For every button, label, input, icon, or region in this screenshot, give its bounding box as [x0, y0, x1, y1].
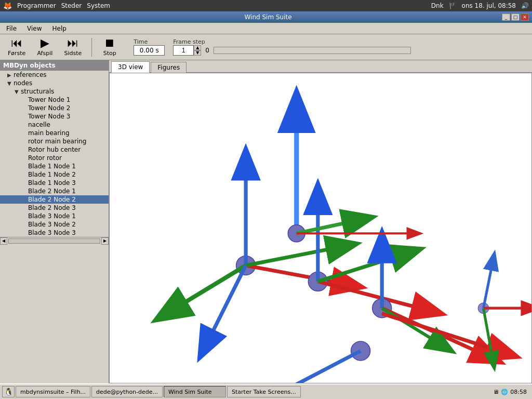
- spin-down[interactable]: ▼: [194, 50, 201, 56]
- tree-item-tower-node-1[interactable]: Tower Node 1: [0, 96, 109, 104]
- os-country: Dnk: [431, 2, 444, 9]
- play-icon: ▶: [41, 37, 49, 49]
- menu-system[interactable]: System: [87, 2, 110, 9]
- os-volume-icon[interactable]: 🔊: [521, 2, 529, 9]
- sidebar: MBDyn objects ▶references▼nodes▼structur…: [0, 60, 109, 383]
- close-button[interactable]: ✕: [521, 14, 529, 21]
- play-button[interactable]: ▶ Afspil: [33, 36, 56, 58]
- tab-figures[interactable]: Figures: [151, 62, 187, 73]
- taskbar-mbdyn-label: mbdynsimsuite – Filh...: [20, 389, 86, 395]
- spin-up[interactable]: ▲: [194, 45, 201, 50]
- play-label: Afspil: [37, 50, 52, 57]
- tree-label-references: references: [14, 71, 47, 78]
- tree-label-tower-node-3: Tower Node 3: [28, 113, 70, 120]
- tree-item-nacelle[interactable]: nacelle: [0, 121, 109, 129]
- taskbar-windsim-label: Wind Sim Suite: [168, 389, 211, 395]
- view-canvas[interactable]: [109, 73, 532, 383]
- tree-item-blade3-node3[interactable]: Blade 3 Node 3: [0, 229, 109, 237]
- taskbar-windsim[interactable]: Wind Sim Suite: [164, 386, 226, 397]
- tree-item-blade1-node2[interactable]: Blade 1 Node 2: [0, 170, 109, 179]
- menu-help[interactable]: Help: [48, 24, 71, 33]
- menu-view[interactable]: View: [23, 24, 46, 33]
- tree-label-blade3-node2: Blade 3 Node 2: [28, 221, 76, 228]
- tree-label-structurals: structurals: [21, 88, 54, 95]
- taskbar-starter-label: Starter Take Screens...: [232, 389, 296, 395]
- tree-label-nodes: nodes: [14, 79, 32, 87]
- tree-label-blade2-node1: Blade 2 Node 1: [28, 188, 76, 195]
- time-value: 0.00 s: [134, 45, 165, 56]
- last-icon: ⏭: [67, 37, 78, 49]
- os-topbar: 🦊 Programmer Steder System Dnk 🏴 ons 18.…: [0, 0, 532, 11]
- frame-group: Frame step ▲ ▼ 0: [173, 38, 411, 56]
- tree-item-rotor-main-bearing[interactable]: rotor main bearing: [0, 137, 109, 145]
- tree-item-blade3-node1[interactable]: Blade 3 Node 1: [0, 212, 109, 220]
- tree-item-blade1-node1[interactable]: Blade 1 Node 1: [0, 162, 109, 170]
- minimize-button[interactable]: _: [502, 14, 510, 21]
- tree-item-blade1-node3[interactable]: Blade 1 Node 3: [0, 179, 109, 187]
- frame-label: Frame step: [173, 38, 205, 45]
- progress-bar: [214, 47, 411, 54]
- sys-tray-icon2: 🌐: [501, 389, 508, 395]
- tree-item-blade2-node3[interactable]: Blade 2 Node 3: [0, 204, 109, 212]
- hscroll-right[interactable]: ▶: [101, 237, 109, 245]
- tree-label-blade3-node1: Blade 3 Node 1: [28, 212, 76, 220]
- tree-item-blade3-node2[interactable]: Blade 3 Node 2: [0, 220, 109, 229]
- svg-point-21: [351, 341, 370, 361]
- hscroll-track[interactable]: [8, 238, 100, 244]
- titlebar: Wind Sim Suite _ □ ✕: [0, 11, 532, 23]
- stop-button[interactable]: ⏹ Stop: [98, 36, 121, 58]
- tree-item-rotor-rotor[interactable]: Rotor rotor: [0, 154, 109, 162]
- tree-item-blade2-node1[interactable]: Blade 2 Node 1: [0, 187, 109, 195]
- window-controls[interactable]: _ □ ✕: [502, 14, 529, 21]
- tree-item-rotor-hub-center[interactable]: Rotor hub center: [0, 145, 109, 154]
- tree-label-rotor-hub-center: Rotor hub center: [28, 146, 81, 153]
- tree-toggle-references[interactable]: ▶: [7, 72, 14, 78]
- sys-tray-clock: 08:58: [510, 389, 527, 395]
- taskbar-terminal[interactable]: dede@python-dede...: [91, 386, 163, 397]
- tree-toggle-structurals[interactable]: ▼: [15, 89, 21, 95]
- tree-label-rotor-main-bearing: rotor main bearing: [28, 138, 86, 145]
- os-topbar-right: Dnk 🏴 ons 18. jul, 08:58 🔊: [431, 2, 529, 9]
- tree-item-main-bearing[interactable]: main bearing: [0, 129, 109, 137]
- frame-spin: ▲ ▼ 0: [173, 45, 411, 56]
- tree-item-structurals[interactable]: ▼structurals: [0, 87, 109, 96]
- tabs-row: 3D view Figures: [109, 60, 532, 73]
- spin-buttons[interactable]: ▲ ▼: [194, 45, 201, 56]
- taskbar-terminal-label: dede@python-dede...: [96, 389, 158, 395]
- tree-container: ▶references▼nodes▼structuralsTower Node …: [0, 71, 109, 237]
- os-topbar-left: 🦊 Programmer Steder System: [3, 2, 110, 10]
- maximize-button[interactable]: □: [511, 14, 520, 21]
- tree-item-tower-node-3[interactable]: Tower Node 3: [0, 112, 109, 121]
- hscroll-left[interactable]: ◀: [0, 237, 7, 245]
- tree-label-rotor-rotor: Rotor rotor: [28, 154, 62, 162]
- sidebar-scroll[interactable]: ▶references▼nodes▼structuralsTower Node …: [0, 71, 109, 237]
- taskbar-sys: 🖥 🌐 08:58: [490, 389, 530, 395]
- last-button[interactable]: ⏭ Sidste: [60, 36, 85, 58]
- tree-label-tower-node-1: Tower Node 1: [28, 96, 70, 103]
- taskbar-starter[interactable]: Starter Take Screens...: [227, 386, 301, 397]
- tab-3d-view[interactable]: 3D view: [111, 61, 150, 73]
- menu-programmer[interactable]: Programmer: [17, 2, 56, 9]
- start-button[interactable]: 🐧: [2, 386, 15, 397]
- os-clock: ons 18. jul, 08:58: [462, 2, 516, 9]
- os-taskbar: 🐧 mbdynsimsuite – Filh... dede@python-de…: [0, 383, 532, 399]
- first-button[interactable]: ⏮ Første: [4, 36, 29, 58]
- window-title: Wind Sim Suite: [34, 14, 502, 21]
- tree-label-main-bearing: main bearing: [28, 129, 70, 137]
- toolbar: ⏮ Første ▶ Afspil ⏭ Sidste ⏹ Stop Time 0…: [0, 34, 532, 60]
- tree-item-references[interactable]: ▶references: [0, 71, 109, 79]
- menubar: File View Help: [0, 23, 532, 34]
- tree-toggle-nodes[interactable]: ▼: [7, 81, 14, 86]
- tree-label-blade2-node2: Blade 2 Node 2: [28, 196, 76, 203]
- first-icon: ⏮: [11, 37, 22, 49]
- menu-steder[interactable]: Steder: [61, 2, 82, 9]
- taskbar-mbdyn[interactable]: mbdynsimsuite – Filh...: [16, 386, 90, 397]
- os-logo: 🦊: [3, 2, 12, 10]
- tree-item-tower-node-2[interactable]: Tower Node 2: [0, 104, 109, 112]
- menu-file[interactable]: File: [2, 24, 21, 33]
- tree-item-blade2-node2[interactable]: Blade 2 Node 2: [0, 195, 109, 204]
- tree-label-blade2-node3: Blade 2 Node 3: [28, 204, 76, 211]
- tree-item-nodes[interactable]: ▼nodes: [0, 79, 109, 87]
- sidebar-hscroll: ◀ ▶: [0, 237, 109, 244]
- frame-input[interactable]: [173, 45, 194, 56]
